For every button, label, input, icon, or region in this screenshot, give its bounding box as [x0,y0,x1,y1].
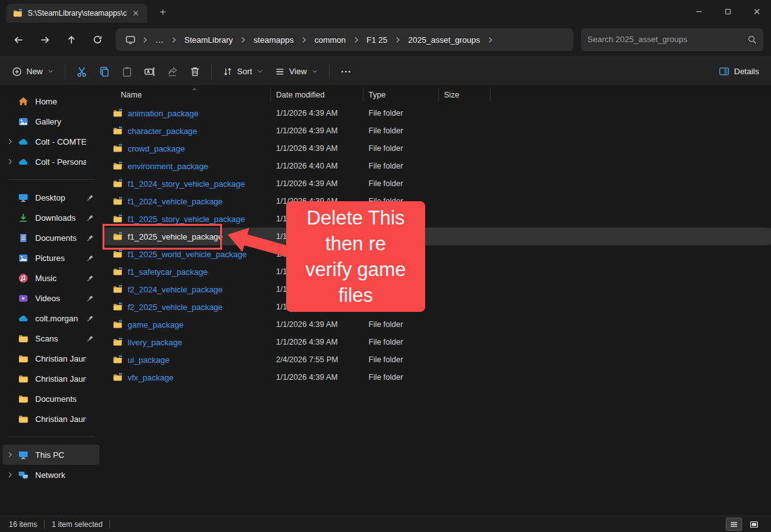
sidebar-item-documents[interactable]: Documents [3,228,99,248]
tab-bar: S:\SteamLibrary\steamapps\c [0,0,771,23]
forward-button[interactable] [33,29,56,50]
divider [8,179,94,180]
forward-icon [40,35,50,45]
view-button[interactable]: View [269,62,324,82]
file-row[interactable]: crowd_package 1/1/2026 4:39 AM File fold… [104,140,771,157]
file-name: f1_2024_vehicle_package [128,197,223,206]
sidebar: Home Gallery Colt - COMTEC SYS Colt - Pe… [0,86,102,516]
file-type: File folder [363,373,439,382]
maximize-button[interactable] [713,0,742,23]
chevron-right-icon[interactable] [5,451,15,458]
file-row[interactable]: game_package 1/1/2026 4:39 AM File folde… [104,316,771,333]
sidebar-item-colt-morgan[interactable]: colt.morgan [3,308,99,328]
compressed-folder-icon [112,161,123,171]
file-name-cell: ui_package [104,355,271,365]
file-row[interactable]: livery_package 1/1/2026 4:39 AM File fol… [104,333,771,351]
file-row[interactable]: ui_package 2/4/2026 7:55 PM File folder [104,351,771,369]
pin-icon [86,234,94,242]
compressed-folder-icon [112,267,123,277]
breadcrumb-item[interactable]: 2025_asset_groups [402,32,485,48]
picture-icon [18,253,29,263]
file-name-cell: crowd_package [104,143,271,153]
file-row[interactable]: character_package 1/1/2026 4:39 AM File … [104,122,771,140]
sidebar-item-gallery[interactable]: Gallery [3,111,99,131]
paste-button[interactable] [116,61,138,82]
column-header-type[interactable]: Type [363,89,439,101]
pin-icon [86,254,94,262]
chevron-right-icon[interactable] [5,138,15,145]
file-row[interactable]: f1_2024_story_vehicle_package 1/1/2026 4… [104,175,771,192]
rename-button[interactable] [138,61,161,82]
chevron-right-icon [486,36,494,44]
sidebar-item-scans[interactable]: Scans [3,328,99,348]
copy-button[interactable] [93,61,116,82]
search-input[interactable] [587,35,747,44]
sidebar-item-colt-comtec-sys[interactable]: Colt - COMTEC SYS [3,131,99,152]
sidebar-item-christian-jauntig[interactable]: Christian Jauntig [3,369,99,389]
details-view-toggle[interactable] [726,518,742,531]
refresh-button[interactable] [86,29,109,50]
chevron-right-icon[interactable] [5,471,15,479]
file-row[interactable]: f2_2025_vehicle_package 1/1/2026 4:39 AM… [104,298,771,316]
up-button[interactable] [60,29,82,50]
explorer-tab[interactable]: S:\SteamLibrary\steamapps\c [6,4,147,23]
file-explorer-window: S:\SteamLibrary\steamapps\c … S [0,0,771,532]
column-header-size[interactable]: Size [439,89,491,101]
sidebar-item-documents[interactable]: Documents [3,389,99,409]
sidebar-item-desktop[interactable]: Desktop [3,187,99,208]
file-row[interactable]: f1_safetycar_package 1/1/2026 4:39 AM Fi… [104,263,771,280]
sidebar-item-pictures[interactable]: Pictures [3,248,99,268]
new-icon [12,67,22,77]
breadcrumb-root[interactable] [121,31,140,48]
delete-button[interactable] [184,61,206,82]
tab-close-button[interactable] [130,7,142,19]
file-date-modified: 1/1/2026 4:39 AM [271,320,363,329]
breadcrumb-item[interactable]: common [309,32,352,48]
thumbnail-view-toggle[interactable] [746,518,762,531]
divider [109,520,110,529]
column-header-date-modified[interactable]: Date modified [271,89,363,101]
sidebar-item-music[interactable]: Music [3,268,99,288]
details-button[interactable]: Details [713,61,765,82]
sort-icon [223,67,233,77]
tab-title: S:\SteamLibrary\steamapps\c [28,9,130,18]
file-row[interactable]: vfx_package 1/1/2026 4:39 AM File folder [104,369,771,386]
sort-button[interactable]: Sort [217,62,269,82]
more-options-button[interactable] [335,61,357,82]
new-tab-button[interactable] [155,4,171,20]
plus-icon [158,8,167,16]
refresh-icon [92,35,103,45]
breadcrumb-item[interactable]: SteamLibrary [179,32,238,48]
sidebar-item-colt-personal[interactable]: Colt - Personal [3,152,99,172]
navigation-bar: … SteamLibrary steamapps common F1 25 20… [0,23,771,57]
breadcrumb-overflow[interactable]: … [150,32,169,48]
breadcrumb-item[interactable]: F1 25 [361,32,393,48]
sidebar-item-network[interactable]: Network [3,465,99,485]
back-button[interactable] [7,29,30,50]
share-button[interactable] [161,61,184,82]
sidebar-item-home[interactable]: Home [3,91,99,111]
sort-ascending-caret-icon [191,86,197,92]
cut-button[interactable] [70,61,93,82]
new-button[interactable]: New [6,62,60,82]
breadcrumb-item[interactable]: steamapps [248,32,299,48]
file-row[interactable]: f2_2024_vehicle_package 1/1/2026 4:39 AM… [104,280,771,298]
close-window-button[interactable] [742,0,771,23]
file-row[interactable]: animation_package 1/1/2026 4:39 AM File … [104,104,771,122]
sidebar-item-christian-jauntig-t[interactable]: Christian Jauntig - T [3,409,99,429]
chevron-right-icon [394,36,402,44]
search-box[interactable] [581,28,763,51]
column-header-name[interactable]: Name [104,89,271,101]
sidebar-item-downloads[interactable]: Downloads [3,208,99,228]
sidebar-item-christian-jauntig[interactable]: Christian Jauntig [3,348,99,369]
file-row[interactable]: f1_2024_vehicle_package 1/1/2026 4:39 AM… [104,192,771,210]
divider [211,64,212,79]
file-row[interactable]: environment_package 1/1/2026 4:40 AM Fil… [104,157,771,175]
compressed-folder-icon [112,249,123,259]
minimize-button[interactable] [684,0,713,23]
sidebar-item-videos[interactable]: Videos [3,288,99,308]
chevron-right-icon[interactable] [5,158,15,165]
divider [8,436,94,437]
folder-icon [18,353,29,364]
sidebar-item-this-pc[interactable]: This PC [3,445,99,465]
